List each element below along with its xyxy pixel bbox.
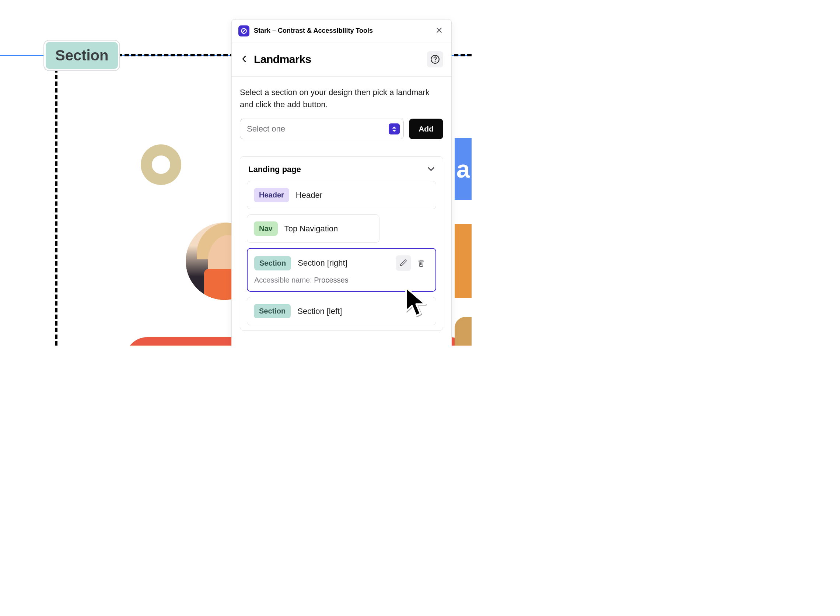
landmark-picker-row: Select one Add bbox=[240, 119, 443, 139]
landmark-label: Section [right] bbox=[298, 258, 347, 268]
delete-button[interactable] bbox=[413, 255, 429, 271]
back-button[interactable] bbox=[240, 53, 249, 66]
landmark-type-select[interactable]: Select one bbox=[240, 119, 404, 139]
side-orange-block bbox=[454, 224, 472, 298]
ring-decor-icon bbox=[141, 144, 181, 185]
add-landmark-button[interactable]: Add bbox=[409, 119, 443, 139]
stark-logo-icon bbox=[238, 25, 249, 37]
landmark-row[interactable]: Nav Top Navigation bbox=[247, 214, 380, 243]
select-stepper-icon bbox=[389, 123, 400, 135]
section-dashed-outline-left bbox=[55, 68, 57, 346]
svg-point-5 bbox=[435, 61, 436, 62]
chevron-down-icon bbox=[427, 166, 435, 173]
landmark-tag: Header bbox=[254, 188, 289, 202]
section-overlay-badge: Section bbox=[44, 41, 119, 70]
panel-body[interactable]: Select a section on your design then pic… bbox=[232, 77, 451, 346]
landmark-label: Top Navigation bbox=[284, 224, 338, 233]
stark-plugin-panel: Stark – Contrast & Accessibility Tools L… bbox=[232, 19, 452, 346]
frame-name: Landing page bbox=[248, 165, 301, 174]
close-button[interactable] bbox=[434, 25, 445, 37]
section-header: Landmarks bbox=[232, 43, 451, 77]
svg-line-1 bbox=[242, 29, 246, 33]
landmark-label: Header bbox=[296, 191, 323, 200]
landmark-tag: Section bbox=[254, 304, 291, 318]
plugin-titlebar: Stark – Contrast & Accessibility Tools bbox=[232, 19, 451, 43]
landmark-row[interactable]: Section Section [right] Accessible name:… bbox=[247, 248, 436, 292]
accessible-name-line: Accessible name: Processes bbox=[254, 276, 429, 285]
landmark-tag: Nav bbox=[254, 221, 278, 236]
landmark-label: Section [left] bbox=[297, 307, 342, 316]
plugin-title: Stark – Contrast & Accessibility Tools bbox=[254, 27, 429, 35]
frame-header[interactable]: Landing page bbox=[247, 163, 436, 181]
landmark-row[interactable]: Header Header bbox=[247, 181, 436, 209]
select-placeholder: Select one bbox=[247, 124, 285, 134]
section-title: Landmarks bbox=[254, 53, 422, 66]
edit-button[interactable] bbox=[396, 255, 411, 271]
instruction-text: Select a section on your design then pic… bbox=[240, 86, 443, 110]
frame-group: Landing page Header Header Nav Top Navig… bbox=[240, 156, 443, 331]
side-tan-block bbox=[454, 317, 472, 346]
help-button[interactable] bbox=[427, 51, 443, 67]
landmark-row[interactable]: Section Section [left] bbox=[247, 297, 436, 325]
side-blue-block: a bbox=[454, 138, 472, 200]
landmark-tag: Section bbox=[254, 256, 291, 270]
